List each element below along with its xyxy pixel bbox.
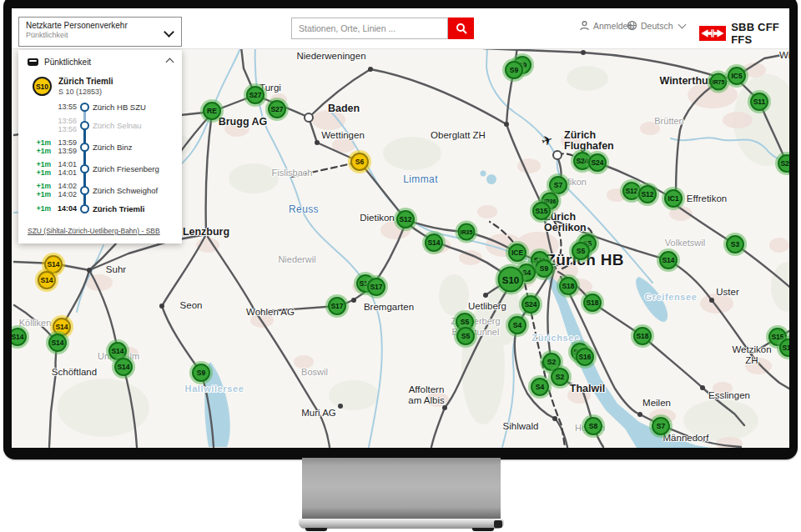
stop-marker[interactable]	[483, 293, 488, 298]
line-badge-s24[interactable]: S24	[588, 153, 607, 172]
line-badge-s27[interactable]: S27	[246, 86, 264, 104]
brand-wordmark: SBB CFF FFS	[731, 21, 789, 46]
line-badge-s18[interactable]: S18	[583, 294, 602, 312]
login-button[interactable]: Anmelden	[579, 20, 632, 31]
stop-marker[interactable]	[637, 412, 642, 417]
line-badge-s12[interactable]: S12	[396, 210, 415, 228]
layer-dropdown[interactable]: Netzkarte Personenverkehr Pünktlichkeit	[18, 17, 182, 47]
search-box[interactable]	[291, 18, 448, 39]
panel-collapse-header[interactable]: Pünktlichkeit	[26, 56, 174, 72]
stop-node-icon	[80, 204, 89, 213]
line-badge-s14[interactable]: S14	[659, 251, 678, 269]
user-icon	[579, 20, 590, 31]
line-badge-s9[interactable]: S9	[505, 61, 523, 79]
line-badge-s8[interactable]: S8	[584, 417, 602, 435]
globe-icon	[627, 20, 637, 31]
line-badge-s27[interactable]: S27	[268, 100, 286, 118]
operator-link[interactable]: SZU (Sihltal-Zürich-Uetliberg-Bahn) - SB…	[28, 227, 160, 235]
map-label: Sihlwald	[503, 421, 539, 432]
stop-marker[interactable]	[442, 405, 447, 410]
map-label: Baden	[328, 103, 360, 114]
map-label: Volketswil	[665, 238, 705, 248]
line-badge-s4[interactable]: S4	[531, 378, 549, 396]
station-marker[interactable]	[304, 113, 314, 123]
layer-dropdown-title: Netzkarte Personenverkehr	[26, 21, 174, 30]
line-badge-re[interactable]: RE	[203, 102, 221, 120]
line-badge-s12[interactable]: S12	[638, 185, 657, 203]
line-badge-s2[interactable]: S2	[551, 368, 569, 386]
line-badge-s14[interactable]: S14	[425, 233, 443, 252]
map-label: Esslingen	[708, 390, 750, 401]
map-label: Dietikon	[360, 213, 395, 223]
line-badge-s15[interactable]: S15	[532, 202, 551, 220]
line-badge-ir75[interactable]: IR75	[710, 73, 728, 91]
line-badge-s5[interactable]: S5	[456, 327, 475, 345]
stop-marker[interactable]	[700, 385, 705, 390]
search-icon	[456, 23, 467, 34]
stop-node-icon	[80, 121, 89, 130]
line-badge-s18[interactable]: S18	[559, 277, 577, 295]
map-label: Reuss	[289, 204, 319, 215]
search-button[interactable]	[448, 18, 474, 39]
line-badge-s4[interactable]: S4	[508, 316, 526, 334]
stop-marker[interactable]	[368, 67, 373, 72]
line-badge-s11[interactable]: S11	[750, 93, 768, 111]
monitor-frame: NiederweningenTurgiBadenBrugg AGWettinge…	[3, 0, 798, 459]
train-summary: S10 Zürich Triemli S 10 (12853)	[33, 77, 174, 96]
stop-row[interactable]: 13:5613:56Zürich Selnau	[26, 118, 174, 133]
line-badge-s17[interactable]: S17	[367, 278, 385, 296]
stop-marker[interactable]	[87, 268, 92, 273]
map-label: Zürich Oerlikon	[544, 212, 587, 233]
map-label: Brütten	[654, 116, 683, 127]
stop-marker[interactable]	[315, 140, 320, 145]
line-badge-s7[interactable]: S7	[652, 417, 670, 435]
stop-row[interactable]: 13:55Zürich HB SZU	[26, 103, 174, 112]
line-badge-ic5[interactable]: IC5	[728, 67, 746, 85]
stop-row[interactable]: +1m+1m14:0214:02Zürich Schweighof	[26, 183, 174, 198]
map-label: Winterthur	[659, 76, 712, 87]
stop-marker[interactable]	[351, 298, 356, 303]
stop-row[interactable]: +1m14:04Zürich Triemli	[26, 204, 174, 213]
line-badge-s10[interactable]: S10	[498, 267, 524, 293]
map-label: Zürichsee	[531, 333, 579, 344]
stop-marker[interactable]	[552, 416, 557, 421]
map-label: Uetliberg	[468, 301, 506, 312]
line-badge-s6[interactable]: S6	[350, 153, 369, 171]
map-label: Greifensee	[645, 292, 698, 303]
sbb-arrows-icon	[699, 26, 726, 41]
train-meta: S 10 (12853)	[58, 88, 113, 96]
map-label: Fislisbach	[272, 168, 313, 178]
stop-marker[interactable]	[159, 304, 164, 309]
line-badge-ice[interactable]: ICE	[508, 243, 526, 262]
line-badge-s16[interactable]: S16	[576, 348, 594, 366]
line-badge-s3[interactable]: S3	[726, 235, 744, 253]
stop-name: Zürich Binz	[91, 143, 174, 152]
line-badge-s14[interactable]: S14	[48, 334, 67, 352]
line-badge-s17[interactable]: S17	[328, 297, 346, 315]
punctuality-panel: Pünktlichkeit S10 Zürich Triemli S 10 (1…	[18, 50, 182, 243]
station-marker[interactable]	[552, 150, 562, 160]
line-badge-s18[interactable]: S18	[633, 327, 652, 345]
map-label: Thalwil	[570, 384, 605, 394]
stop-marker[interactable]	[504, 122, 509, 127]
line-badge-s24[interactable]: S24	[521, 295, 540, 314]
stop-marker[interactable]	[709, 298, 714, 303]
line-badge-s9[interactable]: S9	[192, 364, 210, 382]
search-input[interactable]	[292, 18, 447, 38]
line-badge-s7[interactable]: S7	[549, 176, 567, 194]
line-badge-s14[interactable]: S14	[38, 271, 56, 289]
line-badge-s5[interactable]: S5	[572, 242, 590, 260]
panel-title: Pünktlichkeit	[44, 58, 161, 67]
stop-marker[interactable]	[338, 404, 343, 409]
line-badge-ir35[interactable]: IR35	[458, 223, 476, 241]
line-badge-s14[interactable]: S14	[114, 358, 133, 376]
language-selector[interactable]: Deutsch	[627, 20, 685, 31]
stop-marker[interactable]	[581, 50, 586, 55]
map-label: Zürich Flughafen	[564, 130, 614, 152]
line-badge-s9[interactable]: S9	[535, 259, 553, 278]
stop-row[interactable]: +1m+1m14:0114:01Zürich Friesenberg	[26, 161, 174, 177]
line-badge-ic1[interactable]: IC1	[664, 189, 683, 208]
stop-node-icon	[80, 143, 89, 152]
stop-row[interactable]: +1m+1m13:5913:59Zürich Binz	[26, 139, 174, 155]
map-label: Wiesendangen	[779, 50, 789, 61]
